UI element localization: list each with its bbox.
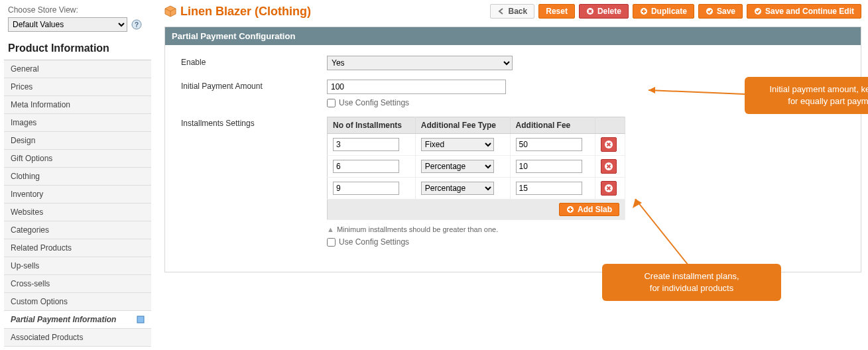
delete-button[interactable]: Delete	[579, 4, 629, 19]
sidebar-item-upsells[interactable]: Up-sells	[4, 257, 151, 275]
save-button[interactable]: Save	[698, 4, 743, 19]
col-fee: Additional Fee	[510, 117, 595, 134]
product-tabs: General Prices Meta Information Images D…	[4, 60, 151, 347]
sidebar-item-design[interactable]: Design	[4, 132, 151, 150]
use-config-label: Use Config Settings	[339, 98, 409, 107]
callout-text: Initial payment amount, keep zero	[757, 84, 868, 95]
sidebar-item-label: Inventory	[11, 190, 43, 199]
plus-icon	[566, 205, 574, 213]
save-continue-button[interactable]: Save and Continue Edit	[747, 4, 861, 19]
sidebar-item-label: Gift Options	[11, 154, 52, 163]
callout-text: for individual products	[614, 282, 769, 294]
main-content: Linen Blazer (Clothing) Back Reset Delet…	[151, 0, 868, 347]
sidebar-item-label: Associated Products	[11, 333, 83, 342]
sidebar-item-label: Cross-sells	[11, 279, 50, 288]
hint-label: Minimum installments should be greater t…	[337, 225, 498, 233]
installments-label: Installments Settings	[181, 117, 327, 128]
sidebar-item-label: Websites	[11, 207, 43, 217]
sidebar-item-label: Up-sells	[11, 261, 39, 270]
sidebar-item-categories[interactable]: Categories	[4, 221, 151, 239]
sidebar-item-general[interactable]: General	[4, 60, 151, 78]
installments-input[interactable]	[333, 138, 399, 151]
back-button[interactable]: Back	[490, 4, 535, 19]
button-label: Reset	[546, 7, 568, 16]
button-label: Delete	[597, 7, 621, 16]
help-icon[interactable]: ?	[131, 19, 142, 30]
panel-title: Partial Payment Configuration	[165, 27, 861, 45]
check-icon	[754, 7, 762, 15]
sidebar-item-associated[interactable]: Associated Products	[4, 329, 151, 347]
delete-row-button[interactable]	[601, 159, 617, 174]
reset-button[interactable]: Reset	[538, 4, 575, 19]
sidebar-item-gift[interactable]: Gift Options	[4, 150, 151, 168]
sidebar-item-prices[interactable]: Prices	[4, 78, 151, 96]
callout-plans: Create installment plans, for individual…	[602, 264, 781, 301]
fee-input[interactable]	[516, 182, 582, 195]
changed-icon	[137, 316, 145, 323]
sidebar-item-label: Partial Payment Information	[11, 315, 116, 324]
slab-row: Percentage	[328, 178, 625, 200]
installments-use-config-checkbox[interactable]	[327, 238, 336, 247]
callout-initial: Initial payment amount, keep zero for eq…	[745, 77, 868, 114]
button-label: Save and Continue Edit	[765, 7, 854, 16]
sidebar-item-inventory[interactable]: Inventory	[4, 186, 151, 204]
sidebar-item-label: Meta Information	[11, 100, 70, 109]
triangle-icon: ▲	[327, 225, 334, 233]
use-config-label: Use Config Settings	[339, 237, 409, 247]
store-view-select[interactable]: Default Values	[8, 17, 127, 32]
callout-text: for equally part payment	[757, 95, 868, 107]
page-title: Linen Blazer (Clothing)	[180, 5, 311, 19]
enable-select[interactable]: Yes	[327, 56, 513, 70]
slab-table: No of Installments Additional Fee Type A…	[327, 117, 625, 220]
installments-input[interactable]	[333, 160, 399, 173]
sidebar-item-label: Custom Options	[11, 297, 68, 306]
toolbar: Back Reset Delete Duplicate Save Sav	[490, 4, 861, 19]
slab-row: Fixed	[328, 134, 625, 156]
col-fee-type: Additional Fee Type	[415, 117, 510, 134]
plus-icon	[640, 7, 648, 15]
sidebar-item-clothing[interactable]: Clothing	[4, 168, 151, 186]
sidebar-item-websites[interactable]: Websites	[4, 204, 151, 221]
hint-text: ▲ Minimum installments should be greater…	[327, 225, 845, 233]
callout-text: Create installment plans,	[614, 270, 769, 282]
sidebar-item-label: Categories	[11, 225, 49, 235]
delete-icon	[586, 7, 594, 15]
installments-input[interactable]	[333, 182, 399, 195]
duplicate-button[interactable]: Duplicate	[633, 4, 694, 19]
delete-row-button[interactable]	[601, 137, 617, 152]
product-icon	[164, 5, 176, 17]
config-panel: Partial Payment Configuration Enable Yes…	[164, 27, 861, 272]
delete-row-button[interactable]	[601, 181, 617, 196]
sidebar-item-partial-payment[interactable]: Partial Payment Information	[4, 311, 151, 329]
fee-input[interactable]	[516, 138, 582, 151]
sidebar-item-label: Images	[11, 118, 36, 127]
store-view-label: Choose Store View:	[4, 0, 151, 17]
sidebar-item-custom-options[interactable]: Custom Options	[4, 293, 151, 311]
sidebar-item-related[interactable]: Related Products	[4, 239, 151, 257]
col-installments: No of Installments	[328, 117, 416, 134]
add-slab-button[interactable]: Add Slab	[559, 203, 619, 216]
enable-label: Enable	[181, 56, 327, 67]
sidebar-item-label: Clothing	[11, 172, 40, 181]
sidebar-item-crosssells[interactable]: Cross-sells	[4, 275, 151, 293]
sidebar-item-label: Prices	[11, 82, 32, 91]
sidebar-item-label: Related Products	[11, 243, 72, 253]
svg-rect-2	[137, 316, 144, 323]
initial-use-config-checkbox[interactable]	[327, 99, 336, 107]
initial-input[interactable]	[327, 80, 506, 94]
fee-input[interactable]	[516, 160, 582, 173]
fee-type-select[interactable]: Percentage	[421, 182, 494, 195]
sidebar: Choose Store View: Default Values ? Prod…	[0, 0, 151, 347]
sidebar-item-label: Design	[11, 136, 35, 145]
sidebar-item-images[interactable]: Images	[4, 114, 151, 132]
sidebar-item-meta[interactable]: Meta Information	[4, 96, 151, 114]
product-info-heading: Product Information	[4, 38, 151, 60]
button-label: Duplicate	[651, 7, 687, 16]
fee-type-select[interactable]: Fixed	[421, 138, 494, 151]
check-icon	[706, 7, 713, 15]
fee-type-select[interactable]: Percentage	[421, 160, 494, 173]
col-actions	[595, 117, 625, 134]
button-label: Add Slab	[578, 205, 612, 214]
slab-row: Percentage	[328, 156, 625, 178]
button-label: Save	[717, 7, 735, 16]
